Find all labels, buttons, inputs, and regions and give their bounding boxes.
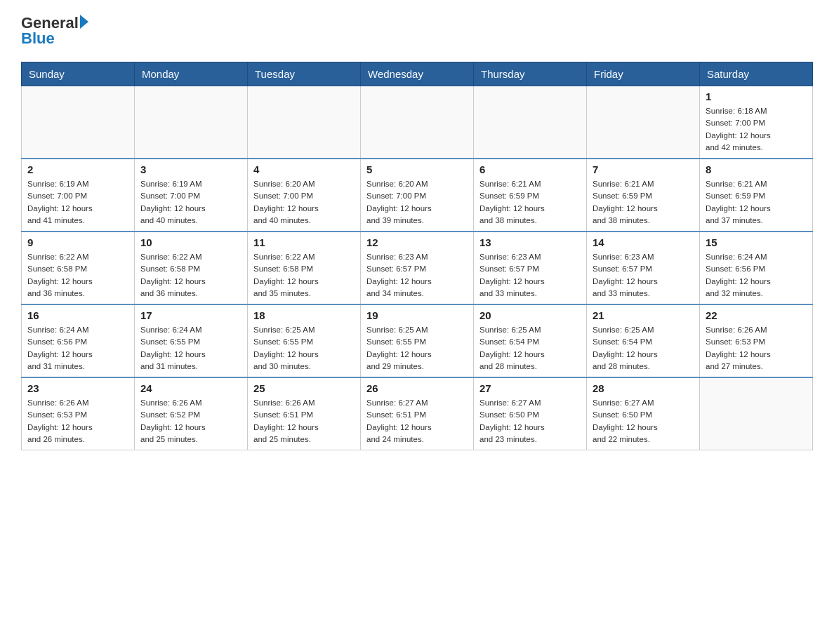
day-number: 12 — [366, 236, 468, 248]
calendar-cell: 13Sunrise: 6:23 AMSunset: 6:57 PMDayligh… — [474, 232, 587, 304]
calendar-cell: 2Sunrise: 6:19 AMSunset: 7:00 PMDaylight… — [22, 159, 135, 232]
calendar-cell: 14Sunrise: 6:23 AMSunset: 6:57 PMDayligh… — [587, 232, 700, 304]
day-info: Sunrise: 6:27 AMSunset: 6:50 PMDaylight:… — [593, 397, 694, 445]
calendar-cell: 1Sunrise: 6:18 AMSunset: 7:00 PMDaylight… — [700, 86, 813, 159]
calendar-week-5: 23Sunrise: 6:26 AMSunset: 6:53 PMDayligh… — [22, 377, 813, 450]
day-number: 26 — [366, 382, 468, 394]
calendar-cell: 11Sunrise: 6:22 AMSunset: 6:58 PMDayligh… — [248, 232, 361, 304]
calendar-table: SundayMondayTuesdayWednesdayThursdayFrid… — [21, 62, 813, 450]
calendar-cell: 12Sunrise: 6:23 AMSunset: 6:57 PMDayligh… — [361, 232, 474, 304]
day-info: Sunrise: 6:24 AMSunset: 6:56 PMDaylight:… — [27, 324, 128, 373]
calendar-week-4: 16Sunrise: 6:24 AMSunset: 6:56 PMDayligh… — [22, 304, 813, 377]
day-info: Sunrise: 6:24 AMSunset: 6:56 PMDaylight:… — [706, 251, 807, 300]
day-number: 2 — [27, 163, 128, 175]
day-number: 3 — [140, 163, 241, 175]
day-number: 9 — [27, 236, 128, 248]
day-number: 16 — [27, 309, 128, 321]
calendar-cell — [135, 86, 248, 159]
weekday-header-sunday: Sunday — [22, 62, 135, 86]
day-info: Sunrise: 6:20 AMSunset: 7:00 PMDaylight:… — [253, 178, 355, 227]
calendar-header-row: SundayMondayTuesdayWednesdayThursdayFrid… — [22, 62, 813, 86]
day-info: Sunrise: 6:19 AMSunset: 7:00 PMDaylight:… — [27, 178, 128, 227]
day-info: Sunrise: 6:19 AMSunset: 7:00 PMDaylight:… — [140, 178, 241, 227]
calendar-cell — [587, 86, 700, 159]
calendar-cell — [248, 86, 361, 159]
calendar-cell: 9Sunrise: 6:22 AMSunset: 6:58 PMDaylight… — [22, 232, 135, 304]
day-info: Sunrise: 6:26 AMSunset: 6:53 PMDaylight:… — [27, 397, 128, 445]
logo: General Blue — [21, 14, 88, 48]
day-number: 27 — [479, 382, 581, 394]
day-number: 21 — [593, 309, 694, 321]
calendar-cell: 26Sunrise: 6:27 AMSunset: 6:51 PMDayligh… — [361, 377, 474, 450]
day-info: Sunrise: 6:25 AMSunset: 6:55 PMDaylight:… — [366, 324, 468, 373]
day-number: 4 — [253, 163, 355, 175]
day-info: Sunrise: 6:23 AMSunset: 6:57 PMDaylight:… — [593, 251, 694, 300]
day-number: 23 — [27, 382, 128, 394]
day-number: 20 — [479, 309, 581, 321]
calendar-cell — [700, 377, 813, 450]
day-number: 5 — [366, 163, 468, 175]
day-info: Sunrise: 6:22 AMSunset: 6:58 PMDaylight:… — [140, 251, 241, 300]
day-number: 28 — [593, 382, 694, 394]
day-number: 17 — [140, 309, 241, 321]
weekday-header-friday: Friday — [587, 62, 700, 86]
day-info: Sunrise: 6:25 AMSunset: 6:54 PMDaylight:… — [593, 324, 694, 373]
calendar-week-3: 9Sunrise: 6:22 AMSunset: 6:58 PMDaylight… — [22, 232, 813, 304]
day-number: 13 — [479, 236, 581, 248]
weekday-header-thursday: Thursday — [474, 62, 587, 86]
weekday-header-tuesday: Tuesday — [248, 62, 361, 86]
logo-blue-text: Blue — [21, 29, 88, 48]
calendar-cell: 16Sunrise: 6:24 AMSunset: 6:56 PMDayligh… — [22, 304, 135, 377]
calendar-cell: 23Sunrise: 6:26 AMSunset: 6:53 PMDayligh… — [22, 377, 135, 450]
calendar-cell — [22, 86, 135, 159]
calendar-cell: 3Sunrise: 6:19 AMSunset: 7:00 PMDaylight… — [135, 159, 248, 232]
calendar-cell: 5Sunrise: 6:20 AMSunset: 7:00 PMDaylight… — [361, 159, 474, 232]
calendar-cell: 24Sunrise: 6:26 AMSunset: 6:52 PMDayligh… — [135, 377, 248, 450]
day-number: 10 — [140, 236, 241, 248]
day-number: 24 — [140, 382, 241, 394]
calendar-week-2: 2Sunrise: 6:19 AMSunset: 7:00 PMDaylight… — [22, 159, 813, 232]
calendar-cell: 4Sunrise: 6:20 AMSunset: 7:00 PMDaylight… — [248, 159, 361, 232]
day-number: 1 — [706, 90, 807, 102]
calendar-cell: 10Sunrise: 6:22 AMSunset: 6:58 PMDayligh… — [135, 232, 248, 304]
calendar-cell — [361, 86, 474, 159]
calendar-cell: 22Sunrise: 6:26 AMSunset: 6:53 PMDayligh… — [700, 304, 813, 377]
calendar-cell: 6Sunrise: 6:21 AMSunset: 6:59 PMDaylight… — [474, 159, 587, 232]
day-info: Sunrise: 6:24 AMSunset: 6:55 PMDaylight:… — [140, 324, 241, 373]
calendar-cell: 21Sunrise: 6:25 AMSunset: 6:54 PMDayligh… — [587, 304, 700, 377]
day-info: Sunrise: 6:26 AMSunset: 6:51 PMDaylight:… — [253, 397, 355, 445]
day-info: Sunrise: 6:26 AMSunset: 6:52 PMDaylight:… — [140, 397, 241, 445]
calendar-cell: 25Sunrise: 6:26 AMSunset: 6:51 PMDayligh… — [248, 377, 361, 450]
day-info: Sunrise: 6:23 AMSunset: 6:57 PMDaylight:… — [479, 251, 581, 300]
calendar-cell: 20Sunrise: 6:25 AMSunset: 6:54 PMDayligh… — [474, 304, 587, 377]
day-info: Sunrise: 6:27 AMSunset: 6:51 PMDaylight:… — [366, 397, 468, 445]
weekday-header-monday: Monday — [135, 62, 248, 86]
weekday-header-saturday: Saturday — [700, 62, 813, 86]
day-info: Sunrise: 6:20 AMSunset: 7:00 PMDaylight:… — [366, 178, 468, 227]
calendar-cell: 8Sunrise: 6:21 AMSunset: 6:59 PMDaylight… — [700, 159, 813, 232]
day-info: Sunrise: 6:23 AMSunset: 6:57 PMDaylight:… — [366, 251, 468, 300]
calendar-week-1: 1Sunrise: 6:18 AMSunset: 7:00 PMDaylight… — [22, 86, 813, 159]
day-number: 25 — [253, 382, 355, 394]
day-number: 22 — [706, 309, 807, 321]
calendar-cell: 17Sunrise: 6:24 AMSunset: 6:55 PMDayligh… — [135, 304, 248, 377]
logo-arrow-icon — [80, 15, 88, 29]
day-number: 8 — [706, 163, 807, 175]
day-info: Sunrise: 6:22 AMSunset: 6:58 PMDaylight:… — [27, 251, 128, 300]
day-number: 6 — [479, 163, 581, 175]
day-info: Sunrise: 6:25 AMSunset: 6:55 PMDaylight:… — [253, 324, 355, 373]
day-number: 14 — [593, 236, 694, 248]
page-header: General Blue — [21, 14, 813, 48]
calendar-cell: 27Sunrise: 6:27 AMSunset: 6:50 PMDayligh… — [474, 377, 587, 450]
calendar-cell: 7Sunrise: 6:21 AMSunset: 6:59 PMDaylight… — [587, 159, 700, 232]
calendar-cell: 15Sunrise: 6:24 AMSunset: 6:56 PMDayligh… — [700, 232, 813, 304]
day-info: Sunrise: 6:25 AMSunset: 6:54 PMDaylight:… — [479, 324, 581, 373]
day-info: Sunrise: 6:22 AMSunset: 6:58 PMDaylight:… — [253, 251, 355, 300]
day-info: Sunrise: 6:26 AMSunset: 6:53 PMDaylight:… — [706, 324, 807, 373]
calendar-cell: 19Sunrise: 6:25 AMSunset: 6:55 PMDayligh… — [361, 304, 474, 377]
day-number: 15 — [706, 236, 807, 248]
day-info: Sunrise: 6:18 AMSunset: 7:00 PMDaylight:… — [706, 105, 807, 154]
day-number: 19 — [366, 309, 468, 321]
day-info: Sunrise: 6:27 AMSunset: 6:50 PMDaylight:… — [479, 397, 581, 445]
day-number: 7 — [593, 163, 694, 175]
